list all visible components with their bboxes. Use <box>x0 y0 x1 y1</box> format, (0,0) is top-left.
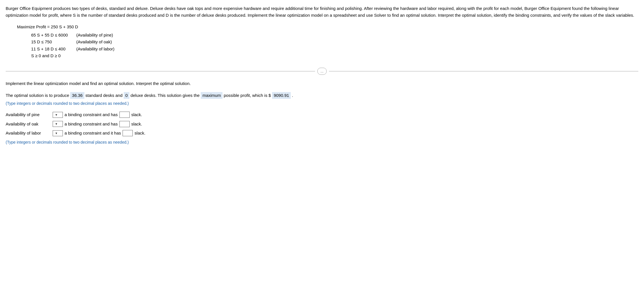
constraint-row-3: 11 S + 18 D ≤ 400 <box>31 46 68 52</box>
labor-label: Availability of labor <box>6 130 51 137</box>
optimal-period: . <box>292 92 293 99</box>
hint-text-2: (Type integers or decimals rounded to tw… <box>6 139 638 145</box>
optimal-prefix: The optimal solution is to produce <box>6 92 69 99</box>
constraint-row-1: 65 S + 55 D ≤ 6000 <box>31 32 68 39</box>
divider-section: ... <box>6 68 638 75</box>
constraint-label-oak: (Availability of oak) <box>76 39 115 45</box>
constraint-label-pine: (Availability of pine) <box>76 32 115 39</box>
labor-slack-input[interactable] <box>123 130 133 136</box>
constraints-left: 65 S + 55 D ≤ 6000 15 D ≤ 750 11 S + 18 … <box>31 32 68 59</box>
oak-dropdown-arrow: ▼ <box>55 122 58 126</box>
oak-label: Availability of oak <box>6 121 51 127</box>
pine-dropdown-arrow: ▼ <box>55 113 58 117</box>
pine-label: Availability of pine <box>6 112 51 118</box>
constraint-answer-pine: Availability of pine ▼ a binding constra… <box>6 112 638 118</box>
pine-middle-text: a binding constraint and has <box>65 112 118 118</box>
model-block: Maximize Profit = 250 S + 350 D 65 S + 5… <box>17 24 638 59</box>
optimal-middle2: deluxe desks. This solution gives the <box>130 92 200 99</box>
deluxe-desks-value[interactable]: 0 <box>124 92 129 99</box>
oak-middle-text: a binding constraint and has <box>65 121 118 127</box>
constraint-answers: Availability of pine ▼ a binding constra… <box>6 112 638 137</box>
intro-paragraph: Burger Office Equipment produces two typ… <box>6 5 638 19</box>
labor-dropdown-arrow: ▼ <box>55 131 58 135</box>
section2-instruction: Implement the linear optimization model … <box>6 80 638 87</box>
labor-middle-text: a binding constraint and it has <box>65 130 121 137</box>
constraint-row-4: S ≥ 0 and D ≥ 0 <box>31 53 68 59</box>
optimal-suffix1: possible profit, which is $ <box>224 92 271 99</box>
divider-line-left <box>6 71 315 71</box>
oak-suffix: slack. <box>131 121 142 127</box>
constraint-answer-oak: Availability of oak ▼ a binding constrai… <box>6 121 638 127</box>
labor-suffix: slack. <box>134 130 145 137</box>
pine-slack-input[interactable] <box>119 112 130 118</box>
intro-text: Burger Office Equipment produces two typ… <box>6 6 634 18</box>
pine-dropdown[interactable]: ▼ <box>53 112 63 118</box>
constraint-label-labor: (Availability of labor) <box>76 46 115 52</box>
constraints-wrapper: 65 S + 55 D ≤ 6000 15 D ≤ 750 11 S + 18 … <box>31 32 638 59</box>
divider-line-right <box>329 71 638 71</box>
hint-text-1: (Type integers or decimals rounded to tw… <box>6 101 638 106</box>
oak-slack-input[interactable] <box>119 121 130 127</box>
labor-dropdown[interactable]: ▼ <box>53 130 63 136</box>
model-objective: Maximize Profit = 250 S + 350 D <box>17 24 638 30</box>
constraints-right: (Availability of pine) (Availability of … <box>76 32 115 59</box>
optimal-middle1: standard desks and <box>85 92 123 99</box>
word-select-maximum[interactable]: maximum <box>201 92 222 99</box>
oak-dropdown[interactable]: ▼ <box>53 121 63 127</box>
optimal-solution-line: The optimal solution is to produce 36.36… <box>6 92 638 99</box>
profit-value[interactable]: 9090.91 <box>272 92 291 99</box>
constraint-answer-labor: Availability of labor ▼ a binding constr… <box>6 130 638 137</box>
divider-ellipsis[interactable]: ... <box>317 68 327 75</box>
pine-suffix: slack. <box>131 112 142 118</box>
constraint-row-2: 15 D ≤ 750 <box>31 39 68 45</box>
standard-desks-value[interactable]: 36.36 <box>70 92 84 99</box>
